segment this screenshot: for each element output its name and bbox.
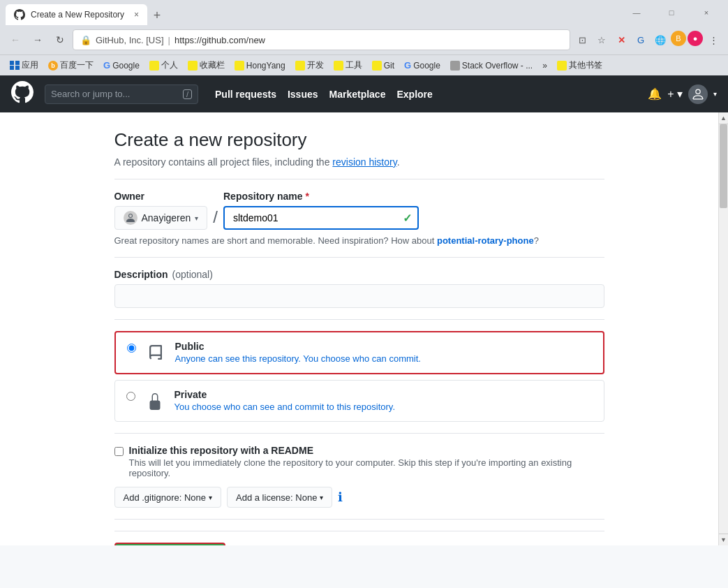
avatar-caret-icon: ▾ (713, 90, 717, 98)
search-box[interactable]: Search or jump to... / (45, 84, 198, 104)
public-desc: Anyone can see this repository. You choo… (175, 353, 421, 364)
owner-group: Owner Anayigeren ▾ (114, 191, 208, 230)
bookmark-google1[interactable]: G Google (99, 59, 144, 72)
back-button[interactable]: ← (6, 30, 25, 50)
search-shortcut-icon: / (183, 89, 192, 99)
visibility-divider (114, 319, 604, 320)
forward-button[interactable]: → (28, 30, 47, 50)
public-title: Public (175, 341, 421, 352)
license-dropdown[interactable]: Add a license: None ▾ (227, 487, 332, 508)
new-tab-button[interactable]: + (147, 6, 167, 25)
owner-name: Anayigeren (142, 212, 191, 223)
readme-checkbox[interactable] (114, 447, 124, 456)
license-caret-icon: ▾ (320, 494, 323, 501)
ext1-icon[interactable]: ✕ (612, 31, 630, 49)
github-navbar: Search or jump to... / Pull requests Iss… (0, 75, 728, 112)
bookmark-google2[interactable]: G Google (400, 59, 445, 72)
address-separator: | (168, 35, 170, 45)
bookmarks-bar: 应用 b 百度一下 G Google 个人 收藏栏 HongYang 开发 工具 (0, 54, 728, 75)
profile-icon[interactable]: ● (688, 31, 703, 46)
private-option[interactable]: Private You choose who can see and commi… (114, 380, 604, 422)
maximize-button[interactable]: □ (655, 2, 688, 23)
bookmark-git[interactable]: Git (368, 59, 399, 72)
new-item-button[interactable]: + ▾ (667, 87, 683, 101)
info-icon[interactable]: ℹ (338, 490, 343, 505)
menu-icon[interactable]: ⋮ (704, 31, 722, 49)
gitignore-dropdown[interactable]: Add .gitignore: None ▾ (114, 487, 222, 508)
owner-caret-icon: ▾ (195, 214, 198, 222)
bookmark-dev[interactable]: 开发 (291, 58, 328, 73)
bookmark-stackoverflow[interactable]: Stack Overflow - ... (446, 59, 537, 72)
gitignore-caret-icon: ▾ (209, 494, 212, 501)
nav-marketplace[interactable]: Marketplace (329, 89, 386, 100)
tab-close-icon[interactable]: × (134, 10, 139, 20)
address-company: GitHub, Inc. [US] (96, 35, 164, 45)
user-avatar[interactable] (688, 84, 708, 104)
tab-title: Create a New Repository (31, 10, 124, 20)
repo-name-wrapper: ✓ (223, 206, 419, 230)
create-repository-button[interactable]: Create repository (114, 543, 226, 545)
private-content: Private You choose who can see and commi… (174, 389, 396, 412)
bookmark-hongyang[interactable]: HongYang (230, 59, 290, 72)
owner-label: Owner (114, 191, 208, 202)
ext4-icon[interactable]: B (671, 31, 686, 46)
license-label: Add a license: None (236, 492, 317, 503)
dropdown-row: Add .gitignore: None ▾ Add a license: No… (114, 487, 604, 508)
ext3-icon[interactable]: 🌐 (651, 31, 669, 49)
gitignore-label: Add .gitignore: None (124, 492, 207, 503)
refresh-button[interactable]: ↻ (50, 30, 70, 50)
ext2-icon[interactable]: G (632, 31, 650, 49)
close-button[interactable]: × (690, 2, 722, 23)
scrollbar[interactable]: ▲ ▼ (718, 112, 728, 545)
notifications-button[interactable]: 🔔 (648, 87, 662, 101)
bookmark-more[interactable]: » (538, 59, 551, 72)
nav-explore[interactable]: Explore (396, 89, 432, 100)
address-bar[interactable]: 🔒 GitHub, Inc. [US] | https://github.com… (73, 29, 570, 50)
repo-name-label: Repository name (223, 191, 303, 202)
submit-section: Create repository (114, 531, 604, 545)
revision-history-link[interactable]: revision history (332, 156, 396, 168)
readme-label: Initialize this repository with a README (129, 445, 604, 456)
private-desc: You choose who can see and commit to thi… (174, 402, 396, 412)
valid-check-icon: ✓ (403, 212, 412, 225)
readme-desc: This will let you immediately clone the … (129, 457, 604, 478)
address-url: https://github.com/new (174, 35, 265, 45)
nav-links: Pull requests Issues Marketplace Explore (215, 89, 433, 100)
nav-issues[interactable]: Issues (288, 89, 318, 100)
github-logo[interactable] (11, 81, 34, 108)
header-divider (114, 179, 604, 179)
private-radio[interactable] (126, 392, 135, 401)
required-indicator: * (306, 191, 309, 202)
bookmark-tools[interactable]: 工具 (329, 58, 366, 73)
active-tab[interactable]: Create a New Repository × (6, 4, 147, 25)
owner-selector[interactable]: Anayigeren ▾ (114, 206, 208, 230)
public-option[interactable]: Public Anyone can see this repository. Y… (114, 331, 604, 374)
main-content: Create a new repository A repository con… (98, 129, 621, 545)
bookmark-personal[interactable]: 个人 (145, 58, 182, 73)
bookmark-favorites[interactable]: 收藏栏 (184, 58, 229, 73)
bookmark-apps[interactable]: 应用 (6, 58, 43, 73)
public-radio[interactable] (127, 344, 136, 353)
nav-pull-requests[interactable]: Pull requests (215, 89, 276, 100)
scroll-down-button[interactable]: ▼ (719, 534, 728, 545)
suggestion-link[interactable]: potential-rotary-phone (437, 235, 534, 246)
scroll-thumb[interactable] (720, 124, 727, 208)
scroll-track[interactable] (719, 124, 728, 534)
bookmark-star-icon[interactable]: ☆ (593, 31, 611, 49)
cast-icon[interactable]: ⊡ (573, 31, 591, 49)
public-content: Public Anyone can see this repository. Y… (175, 341, 421, 364)
repo-name-input[interactable] (223, 206, 419, 230)
minimize-button[interactable]: — (621, 2, 653, 23)
bookmark-other[interactable]: 其他书签 (553, 58, 607, 73)
description-input[interactable] (114, 284, 604, 308)
bookmark-baidu[interactable]: b 百度一下 (44, 58, 98, 73)
security-icon: 🔒 (80, 35, 91, 45)
submit-divider (114, 519, 604, 520)
scroll-up-button[interactable]: ▲ (719, 112, 728, 124)
repo-name-group: Repository name * ✓ (223, 191, 419, 230)
public-icon (144, 342, 167, 365)
page-title: Create a new repository (114, 129, 604, 151)
private-title: Private (174, 389, 396, 400)
readme-divider (114, 433, 604, 434)
hint-text: Great repository names are short and mem… (114, 235, 604, 246)
